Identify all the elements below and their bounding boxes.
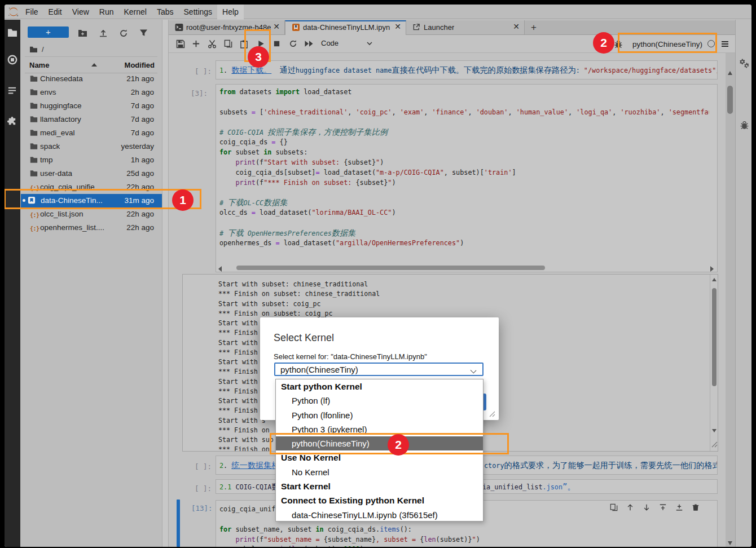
file-row-tmp[interactable]: tmp1h ago xyxy=(20,153,162,167)
file-row-olcc-list-json[interactable]: {:}olcc_list.json22h ago xyxy=(20,207,162,221)
code-token: 'train' xyxy=(484,169,512,176)
property-inspector-gears-icon[interactable] xyxy=(739,58,750,69)
delete-cell-button[interactable] xyxy=(692,503,701,512)
annotation-badge-2b: 2 xyxy=(388,434,409,456)
file-row-medi-eval[interactable]: medi_eval7d ago xyxy=(20,126,162,140)
new-launcher-button[interactable]: + xyxy=(28,26,69,38)
file-modified: 2h ago xyxy=(131,88,154,96)
file-list-header[interactable]: Name Modified xyxy=(25,56,157,73)
filter-button[interactable] xyxy=(139,29,149,38)
code-token: len xyxy=(292,545,304,547)
menu-settings[interactable]: Settings xyxy=(179,5,218,19)
file-modified: 22h ago xyxy=(126,223,154,232)
code-line: subsets = ['chinese_traditional', 'coig_… xyxy=(219,108,709,118)
code-token: 直接在代码中下载。下载完的原始数据集保存路径为 xyxy=(392,65,575,74)
refresh-button[interactable] xyxy=(119,29,129,38)
file-row-spack[interactable]: spackyesterday xyxy=(20,140,162,153)
cell-type-select[interactable]: Code xyxy=(321,39,339,47)
code-token: [ xyxy=(256,108,263,116)
cell-horizontal-scrollbar[interactable] xyxy=(216,264,717,272)
upload-button[interactable] xyxy=(99,29,108,38)
breadcrumb[interactable]: / xyxy=(29,44,44,54)
right-sidebar-strip xyxy=(735,20,751,547)
tab-data-chinesetinyllm-ipyn[interactable]: data-ChineseTinyLLM.ipyn✕ xyxy=(285,20,406,35)
code-token: {subset} xyxy=(356,179,388,187)
cut-button[interactable] xyxy=(208,39,217,48)
insert-above-cell-button[interactable] xyxy=(659,503,668,512)
kernel-option-python-lfonline-[interactable]: Python (lfonline) xyxy=(276,408,483,422)
code-line xyxy=(219,218,709,228)
menu-edit[interactable]: Edit xyxy=(43,5,67,19)
fast-forward-button[interactable] xyxy=(304,39,313,48)
code-token: "*** Finish on subset: xyxy=(263,179,355,187)
code-token: .json xyxy=(543,483,563,491)
file-row-llamafactory[interactable]: llamafactory7d ago xyxy=(20,113,162,126)
kernel-option-no-kernel[interactable]: No Kernel xyxy=(276,465,483,479)
menu-kernel[interactable]: Kernel xyxy=(118,5,151,19)
add-tab-button[interactable]: + xyxy=(529,23,538,32)
panel-splitter[interactable] xyxy=(162,20,169,547)
code-token: 按照子集保存，方便控制子集比例 xyxy=(267,127,388,136)
menu-view[interactable]: View xyxy=(67,5,94,19)
tab-launcher[interactable]: Launcher✕ xyxy=(406,20,525,34)
tab-close-icon[interactable]: ✕ xyxy=(513,23,520,30)
insert-button[interactable] xyxy=(192,39,201,48)
column-modified[interactable]: Modified xyxy=(125,61,155,69)
file-browser-panel: + / Name Modified Chinesedata21h agoenvs… xyxy=(20,20,162,547)
menu-help[interactable]: Help xyxy=(217,5,244,19)
cell-editor[interactable]: 1. 数据下载。 通过huggingface dataset name直接在代码… xyxy=(216,60,718,79)
dialog-resize-handle[interactable] xyxy=(489,411,495,417)
notebook-scrollbar[interactable] xyxy=(726,53,735,547)
code-token: in xyxy=(263,148,271,156)
cell-editor[interactable]: from datasets import load_datasetsubsets… xyxy=(216,84,718,272)
move-up-cell-button[interactable] xyxy=(626,503,635,512)
code-line xyxy=(219,118,709,128)
code-token: subsets: xyxy=(271,148,307,156)
tab-label: Launcher xyxy=(424,23,454,32)
menu-tabs[interactable]: Tabs xyxy=(152,5,179,19)
file-row-envs[interactable]: envs2h ago xyxy=(20,86,162,99)
output-line: Start with s xyxy=(218,416,266,426)
annotation-badge-1: 1 xyxy=(172,189,194,211)
kernel-option-connect-to-existing-python-kernel[interactable]: Connect to Existing python Kernel xyxy=(276,493,483,507)
output-line: *** Finish xyxy=(218,328,258,338)
sidebar-extension-manager-icon[interactable] xyxy=(7,116,18,127)
kernel-option-start-python-kernel[interactable]: Start python Kernel xyxy=(276,379,483,394)
menu-run[interactable]: Run xyxy=(94,5,119,19)
code-token: {subset_name} xyxy=(324,536,376,543)
new-folder-button[interactable] xyxy=(78,29,87,38)
hamburger-menu-icon[interactable] xyxy=(720,39,729,48)
output-scrollbar[interactable] xyxy=(710,275,718,451)
column-name[interactable]: Name xyxy=(29,61,49,69)
kernel-option-data-chinesetinyllm-ipynb-3f5615ef-[interactable]: data-ChineseTinyLLM.ipynb (3f5615ef) xyxy=(276,508,483,522)
folder-icon xyxy=(29,46,38,53)
menu-bar: FileEditViewRunKernelTabsSettingsHelp xyxy=(5,5,751,19)
file-row-openhermes-list-[interactable]: {:}openhermes_list....22h ago xyxy=(20,221,162,235)
insert-below-cell-button[interactable] xyxy=(675,503,684,512)
code-token: ) xyxy=(460,239,464,247)
select-chevron-icon xyxy=(471,368,477,374)
code-token: 'finance' xyxy=(432,108,468,116)
save-button[interactable] xyxy=(176,39,185,48)
sidebar-table-of-contents-icon[interactable] xyxy=(7,85,18,96)
tab-close-icon[interactable]: ✕ xyxy=(273,23,280,30)
code-token: openhermes_ds xyxy=(219,239,275,247)
sidebar-file-browser-icon[interactable] xyxy=(7,27,18,38)
file-row-user-data[interactable]: user-data25d ago xyxy=(20,167,162,180)
file-row-chinesedata[interactable]: Chinesedata21h ago xyxy=(20,72,162,86)
code-token: "m-a-p/COIG-CQIA" xyxy=(376,169,444,176)
file-row-huggingface[interactable]: huggingface7d ago xyxy=(20,99,162,113)
stop-button[interactable] xyxy=(272,39,282,48)
sidebar-running-kernels-icon[interactable] xyxy=(7,54,18,65)
kernel-option-python-lf-[interactable]: Python (lf) xyxy=(276,394,483,408)
tab-close-icon[interactable]: ✕ xyxy=(394,23,401,30)
move-down-cell-button[interactable] xyxy=(643,503,652,512)
copy-button[interactable] xyxy=(224,39,233,48)
jupyterlab-app: FileEditViewRunKernelTabsSettingsHelp + … xyxy=(5,5,751,547)
restart-button[interactable] xyxy=(289,39,298,48)
menu-file[interactable]: File xyxy=(20,5,43,19)
debugger-sidebar-bug-icon[interactable] xyxy=(740,120,749,130)
kernel-option-start-kernel[interactable]: Start Kernel xyxy=(276,479,483,493)
duplicate-cell-button[interactable] xyxy=(610,503,619,512)
kernel-select-dropdown[interactable]: python(ChineseTiny) xyxy=(274,363,484,376)
